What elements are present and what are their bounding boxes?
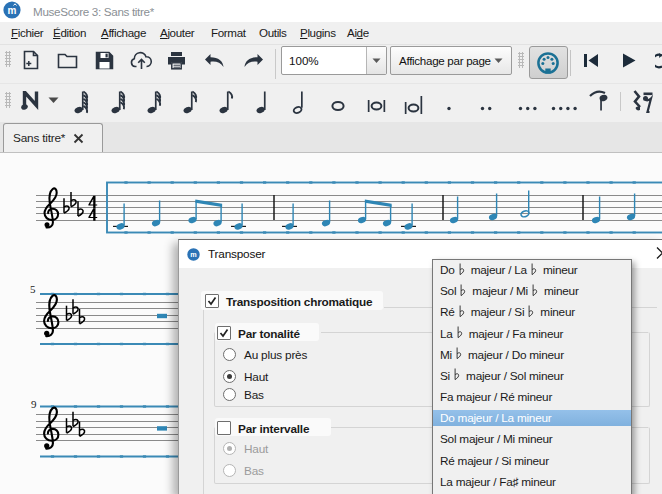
svg-text:m: m <box>8 5 17 16</box>
svg-text:9: 9 <box>31 398 37 410</box>
svg-text:m: m <box>190 250 196 259</box>
svg-text:5: 5 <box>30 283 36 295</box>
